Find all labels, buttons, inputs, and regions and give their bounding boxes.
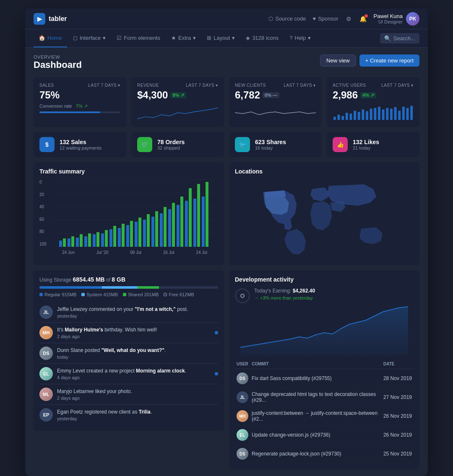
activity-time-1: yesterday — [57, 313, 218, 318]
dev-change: → +3% more than yesterday — [254, 295, 315, 300]
activity-avatar-ep: EP — [39, 408, 53, 422]
commit-date-4: 26 Nov 2019 — [382, 426, 414, 445]
nav-item-help[interactable]: ? Help ▾ — [284, 29, 316, 47]
activity-notification-dot — [215, 331, 218, 334]
mini-stat-orders: 🛒 78 Orders 32 shipped — [131, 132, 224, 157]
activity-item-3: DS Dunn Slane posted "Well, what do you … — [39, 343, 218, 364]
storage-bar — [39, 286, 218, 289]
nav-item-icons[interactable]: ◈ 3128 icons — [241, 29, 284, 47]
dev-activity-title: Development activity — [235, 276, 414, 283]
svg-rect-50 — [160, 213, 163, 247]
page-header: OVERVIEW Dashboard New view + Create new… — [34, 54, 419, 70]
mini-stat-label-shares: 16 today — [255, 145, 286, 150]
dev-chart-svg — [235, 305, 414, 356]
commit-msg-1: Fix dart Sass compatibility (#29755) — [250, 369, 382, 388]
source-code-link[interactable]: ⬡ Source code — [268, 16, 306, 22]
notifications-icon[interactable]: 🔔 — [359, 15, 367, 23]
svg-rect-19 — [410, 106, 413, 120]
svg-rect-31 — [80, 234, 83, 247]
activity-text-6: Egan Poetz registered new client as Tril… — [57, 409, 218, 416]
stat-label-clients: NEW CLIENTS — [235, 83, 266, 88]
header-left: ▶ tabler — [34, 13, 67, 25]
svg-rect-48 — [151, 217, 154, 247]
activity-content-4: Emmy Levet created a new project Morning… — [57, 367, 211, 380]
stat-period-clients[interactable]: Last 7 days ▾ — [284, 83, 316, 88]
logo-text: tabler — [49, 15, 67, 23]
svg-rect-45 — [138, 217, 141, 247]
commit-msg-3: justify-content:between → justify-conten… — [250, 407, 382, 426]
storage-system — [102, 286, 138, 289]
stat-period-users[interactable]: Last 7 days ▾ — [381, 83, 414, 88]
stat-period-revenue[interactable]: Last 7 days ▾ — [186, 83, 218, 88]
svg-rect-33 — [88, 233, 91, 247]
new-view-button[interactable]: New view — [320, 54, 356, 67]
settings-icon[interactable]: ⚙ — [345, 15, 353, 23]
stat-label-sales: SALES — [39, 83, 54, 88]
nav-items: 🏠 Home ◻ Interface ▾ ☑ Form elements ★ E… — [34, 29, 316, 47]
storage-card: Using Storage 6854.45 MB of 8 GB Regular… — [34, 270, 224, 431]
svg-rect-54 — [177, 205, 180, 247]
commit-row-1: DS Fix dart Sass compatibility (#29755) … — [235, 369, 414, 388]
svg-rect-58 — [193, 199, 196, 247]
commit-row-4: EL Update change-version.js (#29736) 26 … — [235, 426, 414, 445]
nav-item-extra[interactable]: ★ Extra ▾ — [166, 29, 201, 47]
progress-bar-bg — [39, 111, 120, 113]
svg-rect-61 — [206, 182, 208, 247]
activity-item-2: MH It's Mallory Hulme's birthday. Wish h… — [39, 323, 218, 343]
commit-date-1: 28 Nov 2019 — [382, 369, 414, 388]
commit-user-2: JL — [235, 388, 250, 407]
col-commit: COMMIT — [250, 359, 382, 369]
svg-rect-8 — [366, 111, 368, 120]
legend-dot-system — [81, 293, 85, 296]
commit-user-5: DS — [235, 445, 250, 463]
svg-rect-47 — [147, 214, 150, 247]
activity-item-5: ML Maryjo Lebarree liked your photo. 2 d… — [39, 384, 218, 405]
sponsor-link[interactable]: ♥ Sponsor — [312, 16, 338, 22]
activity-notification-dot-4 — [215, 372, 218, 375]
activity-avatar-el: EL — [39, 367, 53, 380]
svg-rect-44 — [135, 222, 138, 247]
logo-icon: ▶ — [34, 13, 45, 25]
svg-rect-59 — [197, 184, 200, 247]
page-title: Dashboard — [34, 60, 82, 70]
activity-time-4: 4 days ago — [57, 375, 211, 380]
x-axis-labels: 24 JunJul '2008 Jul16 Jul24 Jul — [51, 250, 218, 255]
activity-content-6: Egan Poetz registered new client as Tril… — [57, 409, 218, 422]
svg-rect-37 — [105, 230, 108, 247]
activity-list: JL Jeffie Lewzey commented on your "I'm … — [39, 302, 218, 425]
commit-user-1: DS — [235, 369, 250, 388]
likes-icon: 👍 — [333, 137, 348, 152]
commit-avatar-5: DS — [237, 448, 248, 460]
search-box[interactable]: 🔍 Search... — [380, 33, 419, 44]
app-container: ▶ tabler ⬡ Source code ♥ Sponsor ⚙ 🔔 Paw… — [25, 8, 428, 476]
user-menu[interactable]: Pawel Kuna UI Designer PK — [374, 12, 419, 26]
traffic-chart-container: 100806040200 — [39, 180, 218, 255]
chevron-down-icon-extra: ▾ — [193, 35, 196, 41]
svg-rect-35 — [96, 232, 99, 247]
mini-stat-label-sales: 12 waiting payments — [60, 145, 102, 150]
activity-text-5: Maryjo Lebarree liked your photo. — [57, 388, 218, 395]
earnings-info: Today's Earning: $4,262.40 → +3% more th… — [254, 288, 315, 304]
commit-msg-2: Change deprecated html tags to text deco… — [250, 388, 382, 407]
heart-icon: ♥ — [312, 16, 316, 22]
interface-icon: ◻ — [73, 35, 78, 41]
user-avatar: PK — [406, 12, 419, 26]
main-content: OVERVIEW Dashboard New view + Create new… — [25, 48, 428, 476]
traffic-chart-svg — [51, 180, 218, 247]
svg-rect-40 — [118, 228, 121, 247]
legend-dot-free — [164, 293, 167, 296]
page-actions: New view + Create new report — [320, 54, 419, 67]
stat-period-sales[interactable]: Last 7 days ▾ — [88, 83, 120, 88]
nav-item-form[interactable]: ☑ Form elements — [112, 29, 165, 47]
commit-msg-5: Regenerate package-lock.json (#29730) — [250, 445, 382, 463]
activity-item-6: EP Egan Poetz registered new client as T… — [39, 405, 218, 425]
legend-regular: Regular 915MB — [39, 292, 76, 297]
create-report-button[interactable]: + Create new report — [359, 54, 419, 67]
map-container — [235, 180, 414, 259]
locations-card: Locations — [229, 162, 419, 265]
nav-item-interface[interactable]: ◻ Interface ▾ — [68, 29, 111, 47]
activity-avatar-ml: ML — [39, 388, 53, 401]
nav-item-home[interactable]: 🏠 Home — [34, 29, 67, 47]
activity-text-1: Jeffie Lewzey commented on your "I'm not… — [57, 306, 218, 313]
nav-item-layout[interactable]: ⊞ Layout ▾ — [202, 29, 240, 47]
